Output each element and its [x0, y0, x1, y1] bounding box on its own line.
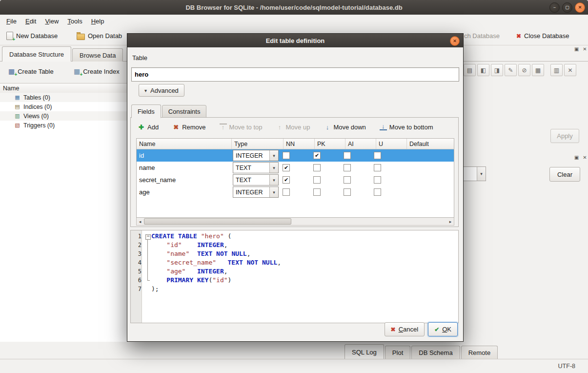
- sql-code-text: "name" TEXT NOT NULL,: [151, 249, 251, 258]
- column-header-u[interactable]: U: [376, 139, 407, 149]
- type-select[interactable]: INTEGER▾: [233, 150, 279, 161]
- column-header-type[interactable]: Type: [232, 139, 284, 149]
- cell-toolbar-button[interactable]: ✎: [505, 64, 517, 76]
- ok-button[interactable]: ✔ OK: [428, 322, 458, 336]
- tree-item-indices[interactable]: ▤Indices (0): [0, 102, 128, 111]
- close-panel-icon[interactable]: ✕: [582, 46, 588, 52]
- u-checkbox[interactable]: [374, 176, 381, 184]
- column-header-pk[interactable]: PK: [315, 139, 345, 149]
- column-header-default[interactable]: Default: [407, 139, 454, 149]
- type-select[interactable]: INTEGER▾: [233, 186, 279, 198]
- column-header-ai[interactable]: AI: [345, 139, 376, 149]
- menu-tools[interactable]: Tools: [63, 16, 86, 26]
- dialog-tab-fields[interactable]: Fields: [131, 104, 161, 118]
- sql-preview[interactable]: 1−CREATE TABLE "hero" (2 "id" INTEGER,3 …: [130, 230, 459, 323]
- minimize-button[interactable]: –: [549, 2, 560, 13]
- tab-database-structure[interactable]: Database Structure: [2, 46, 71, 62]
- ai-checkbox[interactable]: [344, 176, 351, 184]
- fold-indicator[interactable]: −: [144, 232, 151, 241]
- menu-help[interactable]: Help: [87, 16, 109, 26]
- column-header-name[interactable]: Name: [137, 139, 232, 149]
- plus-badge-icon: +: [14, 72, 17, 77]
- titlebar[interactable]: DB Browser for SQLite - /home/user/code/…: [0, 0, 588, 15]
- field-row-id[interactable]: idINTEGER▾✔: [137, 149, 454, 162]
- scrollbar-thumb[interactable]: [144, 218, 291, 225]
- maximize-button[interactable]: ▢: [562, 2, 572, 13]
- menu-file[interactable]: File: [2, 16, 21, 26]
- cell-toolbar-button[interactable]: ⊘: [518, 64, 530, 76]
- close-panel-icon[interactable]: ✕: [582, 155, 588, 160]
- cell-toolbar-button[interactable]: ▤: [464, 64, 476, 76]
- add-button[interactable]: ✚Add: [136, 123, 161, 132]
- table-name-input[interactable]: [131, 67, 459, 82]
- cell-toolbar-button[interactable]: ▦: [532, 64, 544, 76]
- tree-column-header[interactable]: Name: [0, 83, 131, 93]
- cancel-button[interactable]: ✖ Cancel: [385, 322, 425, 336]
- line-number: 5: [131, 267, 144, 276]
- u-checkbox[interactable]: [374, 188, 381, 196]
- u-checkbox[interactable]: [374, 164, 381, 171]
- move-to-top-button[interactable]: ↑Move to top: [218, 123, 264, 132]
- ai-checkbox[interactable]: [344, 188, 351, 196]
- close-window-button[interactable]: ✕: [575, 2, 585, 13]
- advanced-toggle-button[interactable]: ▾ Advanced: [139, 84, 184, 97]
- scroll-right-icon[interactable]: ▸: [447, 218, 454, 225]
- pk-checkbox[interactable]: ✔: [313, 152, 321, 159]
- field-type-cell: TEXT▾: [231, 162, 280, 174]
- open-database-button[interactable]: Open Datab: [74, 29, 124, 42]
- collapse-icon[interactable]: −: [145, 234, 151, 240]
- cell-toolbar-button[interactable]: ◨: [491, 64, 503, 76]
- nn-checkbox[interactable]: ✔: [283, 176, 290, 184]
- pk-checkbox[interactable]: [313, 164, 321, 171]
- field-row-age[interactable]: ageINTEGER▾: [137, 186, 454, 198]
- ai-checkbox[interactable]: [344, 152, 351, 159]
- button-label: Create Table: [18, 68, 53, 75]
- bottom-tab-db-schema[interactable]: DB Schema: [411, 346, 460, 359]
- move-to-bottom-button[interactable]: ↓Move to bottom: [378, 123, 435, 132]
- dialog-tab-constraints[interactable]: Constraints: [162, 105, 207, 118]
- cell-toolbar-button[interactable]: ◧: [477, 64, 489, 76]
- nn-checkbox[interactable]: [283, 188, 290, 196]
- create-table-button[interactable]: ▦+ Create Table: [6, 65, 56, 78]
- nn-checkbox[interactable]: ✔: [283, 164, 290, 171]
- horizontal-scrollbar[interactable]: ◂ ▸: [136, 218, 454, 226]
- cell-toolbar-button[interactable]: ✕: [564, 64, 576, 76]
- nn-checkbox[interactable]: [283, 152, 290, 159]
- create-index-button[interactable]: ▦+ Create Index: [71, 65, 122, 78]
- type-select[interactable]: TEXT▾: [233, 174, 279, 186]
- pk-checkbox[interactable]: [313, 176, 321, 184]
- attach-database-button[interactable]: ch Database: [462, 29, 502, 42]
- clear-button[interactable]: Clear: [549, 167, 580, 182]
- type-select[interactable]: TEXT▾: [233, 162, 279, 173]
- cell-toolbar-button[interactable]: ▥: [550, 64, 563, 76]
- remove-button[interactable]: ✖Remove: [170, 123, 207, 132]
- u-checkbox[interactable]: [374, 152, 381, 159]
- bottom-tab-sql-log[interactable]: SQL Log: [345, 344, 384, 359]
- tab-browse-data[interactable]: Browse Data: [72, 48, 123, 62]
- undock-panel-icon[interactable]: ▣: [574, 155, 579, 160]
- menu-view[interactable]: View: [41, 16, 63, 26]
- scroll-left-icon[interactable]: ◂: [137, 218, 143, 225]
- move-up-button[interactable]: ↑Move up: [274, 123, 312, 132]
- field-row-name[interactable]: nameTEXT▾✔: [137, 162, 454, 174]
- close-database-button[interactable]: ✖ Close Database: [514, 29, 572, 42]
- menu-edit[interactable]: Edit: [21, 16, 41, 26]
- tree-item-tables[interactable]: ▦Tables (0): [0, 93, 128, 102]
- tree-item-triggers[interactable]: ▧Triggers (0): [0, 121, 128, 130]
- move-down-button[interactable]: ↓Move down: [322, 123, 367, 132]
- bottom-tab-remote[interactable]: Remote: [461, 346, 498, 359]
- tree-item-label: Indices (0): [23, 104, 52, 110]
- dialog-close-button[interactable]: ✕: [450, 36, 460, 46]
- undock-panel-icon[interactable]: ▣: [574, 46, 579, 52]
- ai-checkbox[interactable]: [344, 164, 351, 171]
- dialog-titlebar[interactable]: Edit table definition ✕: [127, 34, 463, 47]
- field-row-secret-name[interactable]: secret_nameTEXT▾✔: [137, 174, 454, 186]
- new-database-button[interactable]: + New Database: [4, 29, 60, 42]
- tree-item-views[interactable]: ▥Views (0): [0, 111, 128, 121]
- pk-checkbox[interactable]: [313, 188, 321, 196]
- column-header-nn[interactable]: NN: [284, 139, 315, 149]
- table-label: Table: [132, 54, 147, 62]
- bottom-tab-plot[interactable]: Plot: [385, 346, 410, 359]
- filter-combobox[interactable]: ▾: [463, 166, 486, 181]
- fields-table-header: NameTypeNNPKAIUDefaultChe: [137, 139, 454, 149]
